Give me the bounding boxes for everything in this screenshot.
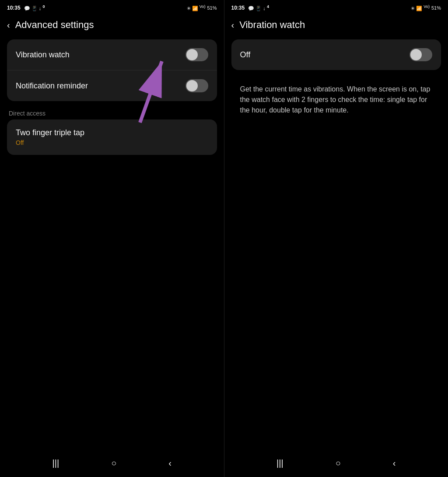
back-button-left[interactable]: ‹ (7, 20, 10, 30)
vibration-watch-toggle[interactable] (186, 48, 208, 61)
status-time-left: 10:35 💬 📱 ↓ 0 (7, 4, 45, 11)
page-title-right: Vibration watch (239, 19, 305, 31)
direct-access-card: Two finger triple tap Off (7, 119, 217, 155)
vibration-watch-card-right: Off (231, 39, 441, 70)
settings-card-left: Vibration watch Notification reminder (7, 39, 217, 101)
signal-icons-right: ✳ 📶 Vo) (411, 4, 430, 11)
page-title-left: Advanced settings (15, 19, 94, 31)
two-finger-triple-tap-value: Off (16, 139, 208, 146)
status-right-left: ✳ 📶 Vo) 51% (187, 4, 217, 11)
battery-right: 51% (431, 5, 441, 11)
nav-bar-right: ||| ○ ‹ (224, 449, 448, 477)
signal-icons-left: ✳ 📶 Vo) (187, 4, 206, 11)
notification-icons-left: 💬 📱 ↓ 0 (24, 4, 45, 11)
content-left: Vibration watch Notification reminder Di… (0, 36, 224, 449)
vibration-watch-description: Get the current time as vibrations. When… (231, 74, 441, 126)
left-screen: 10:35 💬 📱 ↓ 0 ✳ 📶 Vo) 51% ‹ Advanced set… (0, 0, 224, 477)
page-header-left: ‹ Advanced settings (0, 14, 224, 36)
time-left: 10:35 (7, 5, 21, 11)
status-bar-left: 10:35 💬 📱 ↓ 0 ✳ 📶 Vo) 51% (0, 0, 224, 14)
status-time-right: 10:35 💬 📱 ↓ 4 (231, 4, 269, 11)
two-finger-triple-tap-item[interactable]: Two finger triple tap Off (7, 119, 217, 155)
vibration-watch-label: Vibration watch (16, 50, 70, 60)
recent-apps-button-right[interactable]: ||| (276, 458, 284, 468)
time-right: 10:35 (231, 5, 245, 11)
back-button-right[interactable]: ‹ (231, 20, 234, 30)
vibration-watch-off-label: Off (240, 50, 251, 60)
home-button-left[interactable]: ○ (111, 458, 116, 468)
vibration-watch-item[interactable]: Vibration watch (7, 39, 217, 70)
home-button-right[interactable]: ○ (336, 458, 341, 468)
notification-reminder-toggle[interactable] (186, 79, 208, 92)
status-right-right: ✳ 📶 Vo) 51% (411, 4, 441, 11)
two-finger-triple-tap-title: Two finger triple tap (16, 128, 208, 137)
vibration-watch-toggle-right[interactable] (410, 48, 432, 61)
notification-reminder-label: Notification reminder (16, 81, 88, 91)
right-screen: 10:35 💬 📱 ↓ 4 ✳ 📶 Vo) 51% ‹ Vibration wa… (224, 0, 448, 477)
back-nav-button-right[interactable]: ‹ (393, 458, 396, 468)
content-right: Off Get the current time as vibrations. … (224, 36, 448, 449)
notification-reminder-item[interactable]: Notification reminder (7, 70, 217, 101)
back-nav-button-left[interactable]: ‹ (168, 458, 172, 468)
battery-left: 51% (207, 5, 217, 11)
direct-access-label: Direct access (7, 105, 217, 119)
recent-apps-button-left[interactable]: ||| (52, 458, 60, 468)
page-header-right: ‹ Vibration watch (224, 14, 448, 36)
notification-icons-right: 💬 📱 ↓ 4 (248, 4, 269, 11)
status-bar-right: 10:35 💬 📱 ↓ 4 ✳ 📶 Vo) 51% (224, 0, 448, 14)
nav-bar-left: ||| ○ ‹ (0, 449, 224, 477)
vibration-watch-toggle-item[interactable]: Off (231, 39, 441, 70)
